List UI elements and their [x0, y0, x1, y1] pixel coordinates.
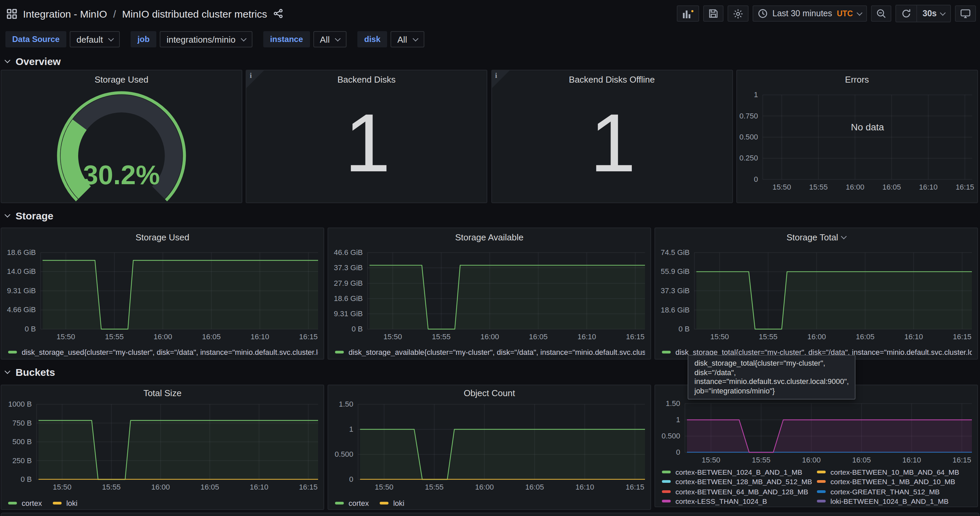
legend-item[interactable]: disk_storage_used{cluster="my-cluster", …: [8, 348, 318, 356]
legend-item[interactable]: loki-BETWEEN_1024_B_AND_1_MB: [817, 497, 972, 506]
svg-text:16:15: 16:15: [299, 333, 318, 341]
chevron-down-icon: [335, 35, 341, 41]
svg-text:16:15: 16:15: [955, 183, 974, 191]
storage-available-plot[interactable]: 0 B9.31 GiB18.6 GiB27.9 GiB37.3 GiB46.6 …: [328, 246, 651, 345]
chevron-down-icon: [5, 368, 11, 374]
legend-item[interactable]: loki: [53, 499, 78, 507]
svg-text:16:10: 16:10: [577, 333, 596, 341]
variable-value-dropdown[interactable]: default: [70, 31, 120, 48]
legend-swatch-icon: [335, 502, 344, 505]
time-range-picker[interactable]: Last 30 minutes UTC: [753, 5, 867, 22]
breadcrumb-folder[interactable]: Integration - MinIO: [23, 8, 107, 19]
panel-title[interactable]: Backend Disks Offline: [492, 70, 732, 88]
variable-value-dropdown[interactable]: All: [313, 31, 347, 48]
panel-title[interactable]: Storage Used: [2, 228, 323, 246]
svg-text:16:00: 16:00: [480, 333, 499, 341]
section-overview[interactable]: Overview: [5, 56, 60, 67]
refresh-button[interactable]: [896, 5, 916, 22]
svg-text:15:50: 15:50: [772, 183, 791, 191]
legend-label: cortex-BETWEEN_128_MB_AND_512_MB: [675, 478, 812, 486]
section-storage[interactable]: Storage: [5, 210, 54, 221]
legend-item[interactable]: cortex-BETWEEN_128_MB_AND_512_MB: [662, 477, 817, 486]
chevron-down-icon: [108, 35, 114, 41]
save-dashboard-button[interactable]: [703, 5, 724, 22]
storage-used-plot[interactable]: 0 B4.66 GiB9.31 GiB14.0 GiB18.6 GiB15:50…: [2, 246, 323, 345]
svg-text:4.66 GiB: 4.66 GiB: [7, 306, 36, 314]
panel-info-icon[interactable]: i: [492, 70, 509, 88]
add-panel-button[interactable]: [677, 5, 700, 22]
legend-item[interactable]: cortex: [8, 499, 42, 507]
section-buckets[interactable]: Buckets: [5, 366, 55, 378]
object-count-plot[interactable]: 00.50011.5015:5015:5516:0016:0516:1016:1…: [328, 400, 651, 496]
legend-item[interactable]: loki: [380, 499, 404, 507]
svg-text:16:10: 16:10: [576, 483, 594, 491]
legend-swatch-icon: [817, 471, 826, 473]
chevron-down-icon: [5, 212, 11, 218]
legend-item[interactable]: cortex-GREATER_THAN_512_MB: [817, 487, 972, 496]
svg-text:15:50: 15:50: [57, 333, 75, 341]
stat-value: 1: [247, 88, 487, 202]
panel-info-icon[interactable]: i: [247, 70, 264, 88]
variable-value-dropdown[interactable]: All: [390, 31, 424, 48]
legend-swatch-icon: [8, 351, 17, 354]
series-hover-tooltip: disk_storage_total{cluster="my-cluster",…: [687, 355, 856, 400]
legend-label: loki-BETWEEN_1024_B_AND_1_MB: [830, 497, 948, 505]
variable-value-dropdown[interactable]: integrations/minio: [160, 31, 253, 48]
svg-text:16:00: 16:00: [151, 483, 170, 491]
legend-label: cortex: [348, 499, 369, 507]
panel-title[interactable]: Total Size: [2, 385, 323, 400]
variable-label: instance: [263, 31, 310, 48]
legend-label: cortex-BETWEEN_64_MB_AND_128_MB: [675, 487, 808, 496]
legend-item[interactable]: cortex-BETWEEN_1024_B_AND_1_MB: [662, 467, 817, 476]
legend-item[interactable]: cortex-BETWEEN_1_MB_AND_10_MB: [817, 477, 972, 486]
tv-view-mode-button[interactable]: [955, 5, 976, 22]
legend-swatch-icon: [817, 481, 826, 483]
svg-text:0: 0: [754, 175, 758, 183]
svg-text:30.2%: 30.2%: [83, 160, 160, 190]
refresh-interval-label: 30s: [923, 9, 937, 18]
apps-grid-icon[interactable]: [7, 8, 17, 19]
panel-title[interactable]: Storage Used: [2, 70, 242, 88]
panel-title[interactable]: Object Count: [328, 385, 651, 400]
legend-item[interactable]: disk_storage_available{cluster="my-clust…: [335, 348, 645, 356]
svg-text:15:55: 15:55: [425, 483, 444, 491]
zoom-out-button[interactable]: [871, 5, 891, 22]
storage-total-plot[interactable]: 0 B18.6 GiB37.3 GiB55.9 GiB74.5 GiB15:50…: [655, 246, 977, 345]
errors-plot[interactable]: 00.2500.5000.750115:5015:5516:0016:0516:…: [737, 88, 977, 202]
svg-text:18.6 GiB: 18.6 GiB: [660, 306, 690, 314]
panel-backend-disks: i Backend Disks 1: [246, 70, 487, 203]
panel-legend: cortexloki: [2, 496, 323, 509]
legend-swatch-icon: [380, 502, 388, 505]
svg-text:16:10: 16:10: [250, 483, 268, 491]
screenshot-viewport: Integration - MinIO / MinIO distributed …: [0, 0, 980, 516]
refresh-interval-dropdown[interactable]: 30s: [916, 5, 950, 22]
svg-text:1.50: 1.50: [666, 400, 680, 408]
legend-item[interactable]: cortex: [335, 499, 369, 507]
legend-item[interactable]: cortex-BETWEEN_10_MB_AND_64_MB: [817, 467, 972, 476]
time-range-label: Last 30 minutes: [773, 9, 832, 18]
dashboard-settings-button[interactable]: [728, 5, 749, 22]
share-icon[interactable]: [273, 9, 283, 18]
bucket-object-sizes-plot[interactable]: 00.50011.5015:5015:5516:0016:0516:1016:1…: [655, 400, 977, 465]
panel-title[interactable]: Errors: [737, 70, 977, 88]
total-size-plot[interactable]: 0 B250 B500 B750 B1000 B15:5015:5516:001…: [2, 400, 323, 496]
legend-item[interactable]: cortex-BETWEEN_64_MB_AND_128_MB: [662, 487, 817, 496]
svg-text:16:15: 16:15: [299, 483, 317, 491]
svg-text:0 B: 0 B: [678, 325, 690, 333]
svg-text:16:05: 16:05: [856, 333, 874, 341]
panel-title[interactable]: Storage Available: [328, 228, 651, 246]
legend-swatch-icon: [817, 490, 826, 493]
panel-title[interactable]: Backend Disks: [247, 70, 487, 88]
svg-text:0 B: 0 B: [21, 475, 32, 484]
svg-text:16:15: 16:15: [953, 456, 971, 464]
legend-item[interactable]: cortex-LESS_THAN_1024_B: [662, 497, 817, 506]
svg-text:No data: No data: [851, 122, 884, 132]
variable-label: job: [130, 31, 156, 48]
svg-text:16:05: 16:05: [200, 483, 219, 491]
panel-title[interactable]: Storage Total: [655, 228, 977, 246]
svg-text:16:10: 16:10: [250, 333, 269, 341]
svg-text:16:00: 16:00: [807, 333, 826, 341]
svg-text:16:05: 16:05: [852, 456, 871, 464]
svg-text:1: 1: [676, 416, 680, 424]
breadcrumb-dashboard[interactable]: MinIO distributed cluster metrics: [122, 8, 267, 19]
